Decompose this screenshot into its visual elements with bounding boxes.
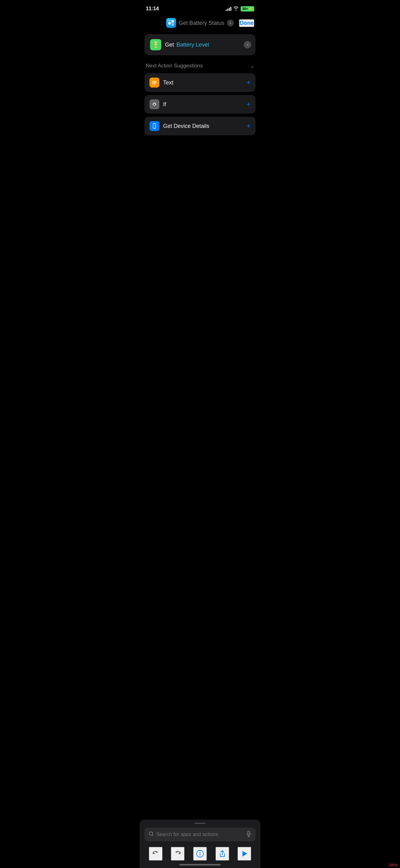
suggestion-if-label: If [163,101,166,108]
svg-rect-4 [152,81,157,82]
suggestion-if-add-button[interactable]: + [246,100,251,108]
suggestion-text-label: Text [163,80,173,86]
battery-level: 36+ [242,7,248,10]
svg-point-8 [154,128,155,128]
signal-bar-1 [226,10,227,11]
suggestion-item-if[interactable]: If + [144,95,256,114]
suggestions-header: Next Action Suggestions ⌄ [144,63,256,73]
battery-bolt-icon: ⚡ [248,7,253,11]
device-details-action-icon [149,121,159,131]
suggestion-item-device-details[interactable]: Get Device Details + [144,117,256,135]
action-text-group: Get Battery Level [165,41,209,48]
nav-chevron-icon[interactable]: ▾ [227,20,234,26]
svg-rect-1 [171,20,174,23]
nav-title-group: Get Battery Status ▾ [166,18,233,28]
wifi-icon [233,6,239,11]
suggestions-chevron-icon[interactable]: ⌄ [250,63,254,69]
suggestion-device-left: Get Device Details [149,121,209,131]
action-get-label: Get [165,41,174,48]
status-time: 11:14 [146,6,159,12]
battery-indicator: 36+ ⚡ [241,6,254,11]
svg-rect-5 [152,82,157,83]
suggestion-device-add-button[interactable]: + [246,122,251,130]
main-content: 🔋 Get Battery Level ✕ Next Action Sugges… [139,32,261,140]
svg-rect-2 [171,23,174,26]
done-button[interactable]: Done [239,19,254,27]
signal-bars-icon [226,6,231,11]
status-bar: 11:14 36+ ⚡ [139,0,261,16]
battery-action-icon: 🔋 [150,39,161,50]
svg-rect-3 [168,20,171,22]
nav-bar: Get Battery Status ▾ Done [139,16,261,32]
signal-bar-2 [227,9,228,11]
suggestion-device-label: Get Device Details [163,123,209,129]
svg-rect-0 [168,22,171,25]
suggestions-title: Next Action Suggestions [146,63,203,69]
action-close-button[interactable]: ✕ [244,41,251,49]
status-icons: 36+ ⚡ [226,6,254,11]
suggestion-text-left: Text [149,78,173,88]
suggestion-text-add-button[interactable]: + [246,79,251,87]
action-param-button[interactable]: Battery Level [176,41,209,48]
action-card: 🔋 Get Battery Level ✕ [144,34,256,55]
suggestion-item-text[interactable]: Text + [144,73,256,92]
if-action-icon [149,99,159,109]
text-action-icon [149,78,159,88]
signal-bar-4 [230,7,231,11]
shortcuts-app-icon [166,18,176,28]
suggestion-list: Text + If + [144,73,256,138]
signal-bar-3 [229,8,230,11]
svg-rect-6 [152,84,155,84]
nav-title-text: Get Battery Status [178,20,224,26]
suggestion-if-left: If [149,99,166,109]
